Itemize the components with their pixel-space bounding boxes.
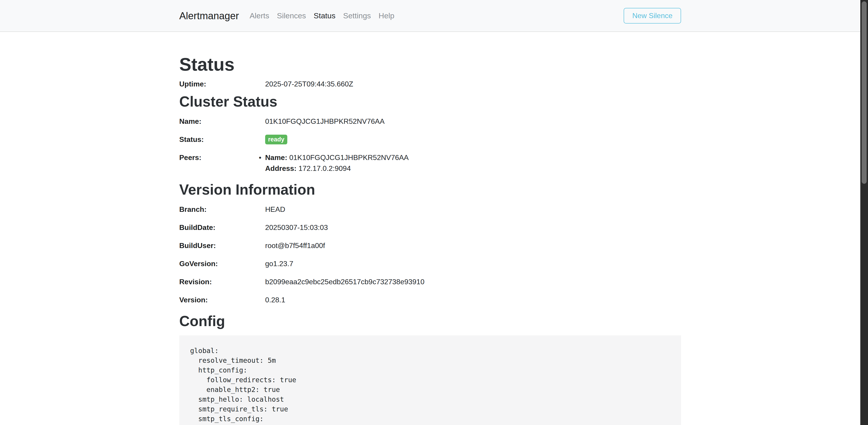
version-value: 0.28.1	[265, 294, 681, 305]
cluster-status-label: Status:	[179, 134, 265, 145]
version-value: b2099eaa2c9ebc25edb26517cb9c732738e93910	[265, 276, 681, 287]
version-value: root@b7f54ff1a00f	[265, 240, 681, 251]
version-label: GoVersion:	[179, 258, 265, 269]
cluster-status-heading: Cluster Status	[179, 93, 681, 110]
cluster-status-row: Status: ready	[179, 134, 681, 145]
version-value: go1.23.7	[265, 258, 681, 269]
config-yaml: global: resolve_timeout: 5m http_config:…	[179, 335, 681, 425]
version-value: HEAD	[265, 204, 681, 215]
peer-address-line: Address: 172.17.0.2:9094	[265, 163, 681, 174]
brand-link[interactable]: Alertmanager	[179, 10, 239, 22]
nav-link-help[interactable]: Help	[375, 11, 398, 20]
peer-item: Name: 01K10FGQJCG1JHBPKR52NV76AA Address…	[265, 152, 681, 174]
scrollbar-track[interactable]	[860, 0, 868, 425]
version-information-heading: Version Information	[179, 181, 681, 198]
cluster-peers-label: Peers:	[179, 152, 265, 174]
nav-link-alerts[interactable]: Alerts	[246, 11, 273, 20]
version-row-revision: Revision: b2099eaa2c9ebc25edb26517cb9c73…	[179, 276, 681, 287]
peer-address-label: Address:	[265, 164, 297, 172]
uptime-value: 2025-07-25T09:44:35.660Z	[265, 79, 681, 89]
version-row-branch: Branch: HEAD	[179, 204, 681, 215]
nav-links: Alerts Silences Status Settings Help	[246, 11, 398, 20]
version-label: Version:	[179, 294, 265, 305]
version-row-builddate: BuildDate: 20250307-15:03:03	[179, 222, 681, 233]
peer-name-line: Name: 01K10FGQJCG1JHBPKR52NV76AA	[265, 152, 681, 163]
status-badge: ready	[265, 135, 287, 144]
cluster-status-value: ready	[265, 134, 681, 145]
navbar-inner: Alertmanager Alerts Silences Status Sett…	[179, 0, 681, 31]
page: Alertmanager Alerts Silences Status Sett…	[0, 0, 860, 425]
alertmanager-status-page: Alertmanager Alerts Silences Status Sett…	[0, 0, 868, 425]
uptime-row: Uptime: 2025-07-25T09:44:35.660Z	[179, 79, 681, 89]
uptime-label: Uptime:	[179, 79, 265, 89]
nav-link-silences[interactable]: Silences	[273, 11, 310, 20]
version-row-version: Version: 0.28.1	[179, 294, 681, 305]
new-silence-button[interactable]: New Silence	[624, 8, 681, 24]
cluster-name-label: Name:	[179, 116, 265, 127]
navbar: Alertmanager Alerts Silences Status Sett…	[0, 0, 860, 32]
version-label: BuildUser:	[179, 240, 265, 251]
nav-link-status[interactable]: Status	[310, 11, 339, 20]
version-value: 20250307-15:03:03	[265, 222, 681, 233]
page-title: Status	[179, 55, 681, 75]
cluster-name-value: 01K10FGQJCG1JHBPKR52NV76AA	[265, 116, 681, 127]
version-label: Revision:	[179, 276, 265, 287]
config-heading: Config	[179, 313, 681, 330]
main-content: Status Uptime: 2025-07-25T09:44:35.660Z …	[179, 32, 681, 425]
nav-link-settings[interactable]: Settings	[339, 11, 375, 20]
version-row-builduser: BuildUser: root@b7f54ff1a00f	[179, 240, 681, 251]
scrollbar-thumb[interactable]	[862, 1, 867, 184]
peer-name-value: 01K10FGQJCG1JHBPKR52NV76AA	[289, 153, 409, 162]
peer-address-value: 172.17.0.2:9094	[299, 164, 351, 172]
peer-name-label: Name:	[265, 153, 287, 162]
version-label: Branch:	[179, 204, 265, 215]
peer-list: Name: 01K10FGQJCG1JHBPKR52NV76AA Address…	[265, 152, 681, 174]
cluster-name-row: Name: 01K10FGQJCG1JHBPKR52NV76AA	[179, 116, 681, 127]
cluster-peers-row: Peers: Name: 01K10FGQJCG1JHBPKR52NV76AA …	[179, 152, 681, 174]
version-label: BuildDate:	[179, 222, 265, 233]
version-row-goversion: GoVersion: go1.23.7	[179, 258, 681, 269]
